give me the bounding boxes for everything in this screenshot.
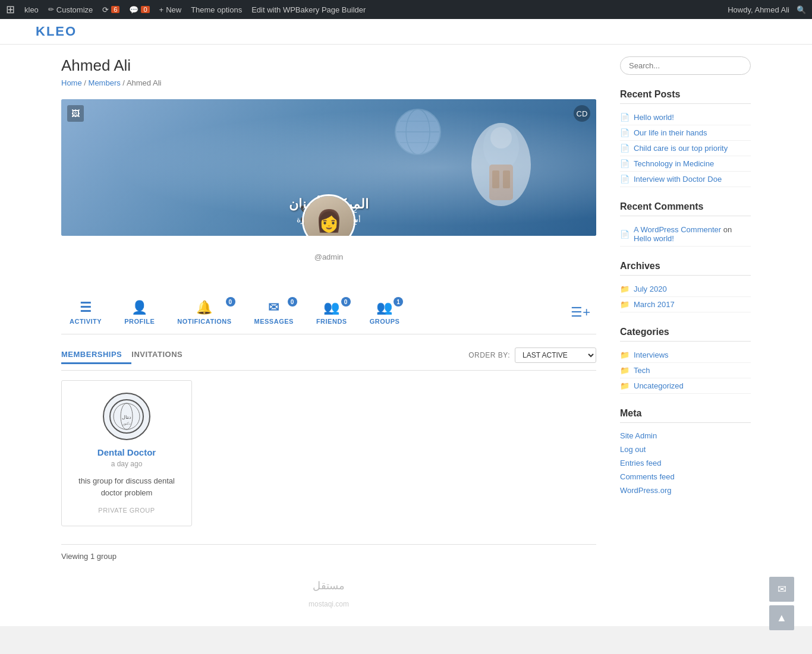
page-title: Ahmed Ali bbox=[61, 56, 596, 75]
float-top-button[interactable]: ▲ bbox=[769, 605, 794, 626]
sub-nav-invitations[interactable]: INVITATIONS bbox=[131, 346, 192, 364]
comment-post-link[interactable]: Hello world! bbox=[634, 234, 674, 243]
float-buttons: ✉ ▲ bbox=[769, 577, 794, 626]
meta-logout[interactable]: Log out bbox=[620, 443, 751, 456]
viewing-count: Viewing 1 group bbox=[61, 544, 596, 561]
archives-title: Archives bbox=[620, 261, 751, 276]
site-header: kleo bbox=[0, 19, 812, 45]
notifications-icon: 🔔 bbox=[196, 300, 213, 315]
group-time: a day ago bbox=[71, 460, 182, 468]
adminbar-edit[interactable]: Edit with WPBakery Page Builder bbox=[251, 5, 366, 14]
post-link-4[interactable]: 📄 Technology in Medicine bbox=[620, 156, 751, 172]
archive-icon-1: 📁 bbox=[620, 285, 630, 293]
svg-point-5 bbox=[490, 127, 512, 149]
adminbar-theme-options[interactable]: Theme options bbox=[191, 5, 242, 14]
group-logo: دنتال دكتور bbox=[103, 393, 150, 440]
post-icon-4: 📄 bbox=[620, 159, 630, 168]
profile-nav: ☰ ACTIVITY 👤 PROFILE 0 🔔 NOTIFICATIONS 0… bbox=[61, 297, 596, 334]
post-link-3[interactable]: 📄 Child care is our top priority bbox=[620, 141, 751, 156]
nav-more[interactable]: ☰+ bbox=[565, 302, 596, 323]
svg-text:دكتور: دكتور bbox=[122, 422, 131, 426]
nav-friends[interactable]: 0 👥 FRIENDS bbox=[308, 297, 355, 328]
svg-rect-3 bbox=[492, 170, 499, 188]
adminbar-comments[interactable]: 💬 0 bbox=[129, 5, 149, 14]
banner-globe bbox=[394, 108, 442, 156]
banner-photo-icon[interactable]: 🖼 bbox=[67, 105, 84, 122]
banner-decoration bbox=[454, 111, 549, 218]
breadcrumb: Home / Members / Ahmed Ali bbox=[61, 78, 596, 87]
groups-icon: 👥 bbox=[376, 300, 393, 315]
meta-comments-feed[interactable]: Comments feed bbox=[620, 470, 751, 484]
sidebar-archives: Archives 📁 July 2020 📁 March 2017 bbox=[620, 261, 751, 312]
footer-watermark: مستقل mostaqi.com bbox=[61, 561, 596, 614]
post-icon-1: 📄 bbox=[620, 113, 630, 122]
svg-text:دنتال: دنتال bbox=[122, 415, 131, 420]
group-logo-svg: دنتال دكتور bbox=[109, 399, 144, 434]
admin-bar: ⊞ kleo ✏ Customize ⟳ 6 💬 0 + New Theme o… bbox=[0, 0, 812, 19]
category-link-1[interactable]: 📁 Interviews bbox=[620, 347, 751, 363]
meta-wordpress-org[interactable]: WordPress.org bbox=[620, 484, 751, 497]
friends-icon: 👥 bbox=[323, 300, 340, 315]
archive-link-2[interactable]: 📁 March 2017 bbox=[620, 297, 751, 312]
float-mail-button[interactable]: ✉ bbox=[769, 577, 794, 602]
group-privacy: PRIVATE GROUP bbox=[71, 507, 182, 514]
post-link-1[interactable]: 📄 Hello world! bbox=[620, 110, 751, 125]
archive-link-1[interactable]: 📁 July 2020 bbox=[620, 282, 751, 297]
breadcrumb-members[interactable]: Members bbox=[89, 78, 121, 87]
adminbar-howdy: Howdy, Ahmed Ali bbox=[728, 5, 789, 14]
breadcrumb-current: Ahmed Ali bbox=[127, 78, 162, 87]
nav-groups[interactable]: 1 👥 GROUPS bbox=[361, 297, 408, 328]
category-icon-2: 📁 bbox=[620, 366, 630, 375]
recent-comments-title: Recent Comments bbox=[620, 201, 751, 216]
adminbar-new[interactable]: + New bbox=[159, 5, 182, 14]
group-card: دنتال دكتور Dental Doctor a day ago this… bbox=[61, 380, 192, 526]
category-icon-3: 📁 bbox=[620, 381, 630, 390]
post-icon-5: 📄 bbox=[620, 175, 630, 184]
activity-icon: ☰ bbox=[80, 300, 92, 315]
svg-text:مستقل: مستقل bbox=[313, 580, 345, 592]
wp-logo[interactable]: ⊞ bbox=[6, 3, 15, 16]
adminbar-search-icon[interactable]: 🔍 bbox=[797, 5, 806, 14]
post-icon-2: 📄 bbox=[620, 128, 630, 137]
sub-nav: MEMBERSHIPS INVITATIONS ORDER BY: LAST A… bbox=[61, 346, 596, 371]
admin-label: @admin bbox=[61, 252, 596, 261]
comment-item-1: 📄 A WordPress Commenter on Hello world! bbox=[620, 222, 751, 247]
site-logo: kleo bbox=[36, 24, 77, 39]
messages-icon: ✉ bbox=[268, 300, 279, 315]
banner-cd-icon[interactable]: CD bbox=[574, 105, 590, 122]
group-desc: this group for discuss dental doctor pro… bbox=[71, 475, 182, 498]
recent-posts-title: Recent Posts bbox=[620, 89, 751, 104]
nav-activity[interactable]: ☰ ACTIVITY bbox=[61, 297, 110, 328]
nav-messages[interactable]: 0 ✉ MESSAGES bbox=[246, 297, 302, 328]
post-icon-3: 📄 bbox=[620, 144, 630, 153]
post-link-5[interactable]: 📄 Interview with Doctor Doe bbox=[620, 172, 751, 187]
adminbar-customize[interactable]: ✏ Customize bbox=[48, 5, 93, 14]
breadcrumb-home[interactable]: Home bbox=[61, 78, 82, 87]
nav-notifications[interactable]: 0 🔔 NOTIFICATIONS bbox=[169, 297, 240, 328]
category-link-3[interactable]: 📁 Uncategorized bbox=[620, 378, 751, 394]
sidebar-search[interactable] bbox=[620, 56, 751, 75]
order-by: ORDER BY: LAST ACTIVE Most Members Newes… bbox=[468, 347, 596, 363]
post-link-2[interactable]: 📄 Our life in their hands bbox=[620, 125, 751, 141]
profile-banner: 🖼 CD المركز الأسنان أسعار ق دفع ميسرة 📞 … bbox=[61, 99, 596, 236]
sidebar: Recent Posts 📄 Hello world! 📄 Our life i… bbox=[620, 56, 751, 614]
meta-site-admin[interactable]: Site Admin bbox=[620, 429, 751, 443]
categories-title: Categories bbox=[620, 327, 751, 342]
sidebar-categories: Categories 📁 Interviews 📁 Tech 📁 Uncateg… bbox=[620, 327, 751, 394]
meta-entries-feed[interactable]: Entries feed bbox=[620, 456, 751, 470]
sidebar-recent-posts: Recent Posts 📄 Hello world! 📄 Our life i… bbox=[620, 89, 751, 187]
group-name[interactable]: Dental Doctor bbox=[71, 447, 182, 457]
archive-icon-2: 📁 bbox=[620, 300, 630, 309]
mostaql-logo: مستقل bbox=[293, 573, 364, 596]
profile-icon: 👤 bbox=[131, 300, 148, 315]
adminbar-site-name[interactable]: kleo bbox=[24, 5, 39, 14]
svg-rect-4 bbox=[503, 170, 510, 188]
groups-grid: دنتال دكتور Dental Doctor a day ago this… bbox=[61, 380, 596, 526]
nav-profile[interactable]: 👤 PROFILE bbox=[116, 297, 163, 328]
meta-title: Meta bbox=[620, 408, 751, 423]
adminbar-updates[interactable]: ⟳ 6 bbox=[102, 5, 119, 14]
order-select[interactable]: LAST ACTIVE Most Members Newest Groups A… bbox=[515, 347, 596, 363]
category-link-2[interactable]: 📁 Tech bbox=[620, 363, 751, 378]
sub-nav-memberships[interactable]: MEMBERSHIPS bbox=[61, 346, 131, 364]
comment-author-link[interactable]: A WordPress Commenter bbox=[634, 225, 721, 234]
